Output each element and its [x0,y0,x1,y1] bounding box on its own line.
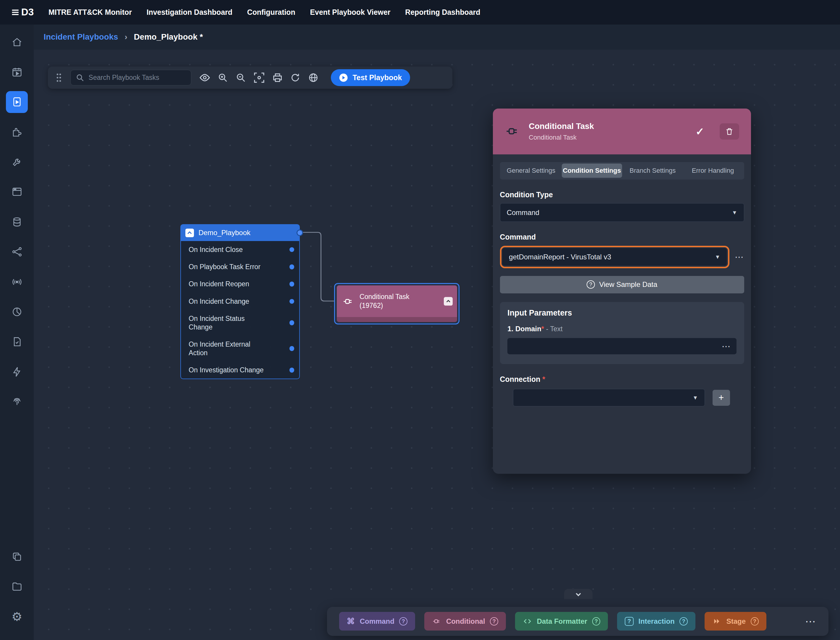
plug-icon [342,296,354,307]
tab-general-settings[interactable]: General Settings [501,163,561,178]
trigger-port[interactable] [289,368,294,373]
test-playbook-label: Test Playbook [353,74,402,82]
sidebar-item-reports[interactable] [6,331,28,353]
sidebar-item-calendar[interactable] [6,61,28,83]
command-select[interactable]: getDomainReport - VirusTotal v3 ▼ [502,248,727,266]
tab-branch-settings[interactable]: Branch Settings [623,163,682,178]
condition-type-label: Condition Type [500,190,744,199]
question-circle-icon: ? [751,617,759,626]
connection-label: Connection * [500,375,744,384]
palette-stage-button[interactable]: Stage ? [704,612,767,630]
conditional-node-id: (19762) [359,302,383,309]
sidebar-item-home[interactable] [6,31,28,53]
playbook-task-search[interactable] [70,70,191,85]
sidebar-item-playbooks[interactable] [6,91,28,113]
node-collapse-toggle[interactable] [444,297,452,306]
view-sample-data-button[interactable]: ? View Sample Data [500,276,744,293]
refresh-icon[interactable] [291,73,300,83]
palette-data-formatter-button[interactable]: Data Formatter ? [515,612,608,630]
sidebar-item-automation[interactable] [6,361,28,383]
globe-icon[interactable] [308,73,318,83]
trigger-port[interactable] [289,346,294,351]
toolbar-collapse-button[interactable] [564,589,592,599]
trigger-on-incident-external-action[interactable]: On Incident External Action [181,336,299,362]
drag-handle-icon[interactable] [56,73,62,83]
trigger-on-incident-close[interactable]: On Incident Close [181,241,299,258]
sidebar: ⚙ [0,24,34,640]
conditional-task-node-header[interactable]: Conditional Task (19762) [337,285,457,317]
condition-type-select[interactable]: Command ▼ [500,203,744,222]
confirm-button[interactable]: ✓ [689,123,711,139]
print-icon[interactable] [273,73,283,83]
trigger-label: On Incident Status Change [188,315,244,331]
nav-item-reporting-dashboard[interactable]: Reporting Dashboard [405,8,480,16]
lightning-icon [11,366,22,378]
delete-task-button[interactable] [720,123,739,139]
required-asterisk: * [541,325,544,333]
tab-error-handling[interactable]: Error Handling [683,163,743,178]
trigger-on-playbook-task-error[interactable]: On Playbook Task Error [181,258,299,275]
sidebar-item-data[interactable] [6,211,28,233]
fingerprint-icon [11,396,22,407]
nav-item-event-playbook-viewer[interactable]: Event Playbook Viewer [310,8,391,16]
connection-select[interactable]: ▼ [513,389,705,406]
panel-body: General Settings Condition Settings Bran… [493,154,751,406]
playbook-canvas[interactable]: Test Playbook Demo_Playbook On Incident … [34,50,840,640]
trigger-on-investigation-change[interactable]: On Investigation Change [181,362,299,379]
d3-logo[interactable]: D3 [11,6,34,18]
plug-icon [505,124,520,139]
trigger-on-incident-change[interactable]: On Incident Change [181,293,299,310]
document-check-icon [11,336,22,347]
fit-screen-icon[interactable] [254,72,264,83]
trigger-port[interactable] [289,320,294,325]
sidebar-item-copy[interactable] [6,546,28,568]
sidebar-item-window[interactable] [6,181,28,203]
trigger-port[interactable] [289,282,294,286]
palette-interaction-button[interactable]: ? Interaction ? [617,612,695,630]
sidebar-item-connections[interactable] [6,241,28,263]
trigger-label: On Incident Close [188,246,243,253]
sidebar-item-broadcast[interactable] [6,271,28,293]
playbook-output-port[interactable] [297,229,303,236]
param-domain-input[interactable]: ⋯ [507,338,736,354]
palette-command-button[interactable]: ⌘ Command ? [339,612,415,630]
command-row: getDomainReport - VirusTotal v3 ▼ ⋯ [500,246,744,268]
palette-more-button[interactable]: ⋯ [805,615,817,627]
sidebar-item-analytics[interactable] [6,301,28,323]
sidebar-item-files[interactable] [6,576,28,598]
breadcrumb-incident-playbooks[interactable]: Incident Playbooks [43,32,118,42]
command-more-button[interactable]: ⋯ [735,253,744,261]
nav-item-mitre-attck-monitor[interactable]: MITRE ATT&CK Monitor [48,8,132,16]
palette-conditional-button[interactable]: Conditional ? [424,612,506,630]
question-circle-icon: ? [490,617,498,626]
panel-subtitle: Conditional Task [529,134,680,141]
test-playbook-button[interactable]: Test Playbook [331,69,410,86]
playbook-icon [11,96,22,107]
top-nav: D3 MITRE ATT&CK Monitor Investigation Da… [0,0,840,24]
trigger-port[interactable] [289,247,294,252]
trigger-port[interactable] [289,299,294,304]
nav-item-investigation-dashboard[interactable]: Investigation Dashboard [147,8,232,16]
trigger-on-incident-reopen[interactable]: On Incident Reopen [181,276,299,293]
nav-item-configuration[interactable]: Configuration [247,8,295,16]
trigger-port[interactable] [289,264,294,269]
tab-condition-settings[interactable]: Condition Settings [562,163,622,178]
eye-icon[interactable] [200,72,210,83]
playbook-node-header[interactable]: Demo_Playbook [181,225,299,241]
zoom-out-icon[interactable] [236,73,246,83]
sidebar-item-identity[interactable] [6,391,28,413]
sidebar-item-settings[interactable]: ⚙ [6,606,28,627]
conditional-task-node[interactable]: Conditional Task (19762) [334,283,460,325]
breadcrumb-current-playbook: Demo_Playbook * [134,32,203,42]
trigger-label: On Incident Change [188,298,249,305]
sidebar-item-integrations[interactable] [6,121,28,143]
playbook-trigger-node[interactable]: Demo_Playbook On Incident Close On Playb… [180,224,300,379]
trigger-on-incident-status-change[interactable]: On Incident Status Change [181,310,299,336]
param-more-button[interactable]: ⋯ [722,342,731,351]
param-domain-input-field[interactable] [513,342,709,350]
sidebar-item-utilities[interactable] [6,151,28,173]
connection-row: ▼ + [513,389,744,406]
search-input[interactable] [89,74,186,82]
add-connection-button[interactable]: + [712,390,730,405]
zoom-in-icon[interactable] [218,73,228,83]
